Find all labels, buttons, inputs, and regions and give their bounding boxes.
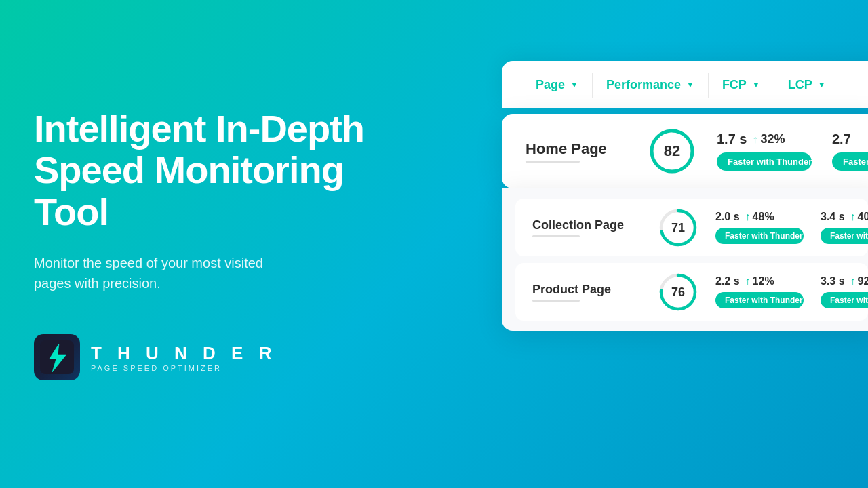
collection-metric1-badge: Faster with Thunder	[715, 228, 804, 244]
collection-metric2-val: 3.4 s	[821, 211, 845, 223]
thunder-icon	[40, 340, 74, 374]
collection-score-number: 71	[671, 220, 685, 235]
collection-name-block: Collection Page	[532, 218, 641, 237]
subtitle: Monitor the speed of your most visited p…	[34, 253, 292, 293]
list-section: Collection Page 71 2.0 s ↑ 48% F	[502, 188, 868, 331]
headline: Intelligent In-Depth Speed Monitoring To…	[34, 108, 387, 233]
lcp-filter-label: LCP	[788, 78, 812, 92]
filter-bar: Page ▼ Performance ▼ FCP ▼ LCP ▼	[502, 61, 868, 108]
logo-icon	[34, 334, 80, 380]
product-metric1-pct: ↑ 12%	[745, 275, 774, 287]
collection-page-name: Collection Page	[532, 218, 641, 232]
collection-metric2: 3.4 s ↑ 40% Faster with Thunder	[821, 211, 868, 244]
product-metric2-top: 3.3 s ↑ 92%	[821, 275, 868, 287]
product-metric2-pct: ↑ 92%	[850, 275, 868, 287]
left-panel: Intelligent In-Depth Speed Monitoring To…	[34, 0, 387, 488]
home-metric1-value: 1.7 s	[717, 131, 747, 147]
home-metric2-badge: Faster wi...	[832, 152, 868, 171]
product-metric1-top: 2.2 s ↑ 12%	[715, 275, 804, 287]
performance-filter-label: Performance	[606, 78, 681, 92]
logo-text: T H U N D E R PAGE SPEED OPTIMIZER	[91, 343, 277, 372]
home-metric2-top: 2.7	[832, 131, 868, 147]
home-metric1-percent: ↑ 32%	[752, 132, 785, 146]
product-metric2-badge: Faster with Thunder	[821, 292, 868, 308]
product-score-circle: 76	[658, 272, 698, 312]
product-page-bar	[532, 300, 580, 302]
home-metric1-top: 1.7 s ↑ 32%	[717, 131, 812, 147]
collection-metric1-arrow: ↑	[745, 211, 751, 223]
collection-page-card: Collection Page 71 2.0 s ↑ 48% F	[515, 199, 868, 256]
product-metric1-badge: Faster with Thunder	[715, 292, 804, 308]
product-page-name: Product Page	[532, 283, 641, 297]
collection-score-circle: 71	[658, 207, 698, 248]
page-filter-label: Page	[536, 78, 565, 92]
collection-metric1: 2.0 s ↑ 48% Faster with Thunder	[715, 211, 804, 244]
performance-chevron-icon: ▼	[686, 80, 694, 89]
logo-row: T H U N D E R PAGE SPEED OPTIMIZER	[34, 334, 387, 380]
home-page-name-block: Home Page	[526, 140, 627, 163]
home-metric2-value: 2.7	[832, 131, 851, 147]
logo-tagline: PAGE SPEED OPTIMIZER	[91, 364, 277, 372]
home-page-name: Home Page	[526, 140, 627, 158]
home-metric1: 1.7 s ↑ 32% Faster with Thunder	[717, 131, 812, 171]
fcp-chevron-icon: ▼	[752, 80, 760, 89]
product-score-number: 76	[671, 285, 685, 299]
page-chevron-icon: ▼	[570, 80, 578, 89]
page-filter[interactable]: Page ▼	[522, 73, 593, 98]
performance-filter[interactable]: Performance ▼	[593, 73, 709, 98]
home-page-card: Home Page 82 1.7 s ↑ 32% Faster with Thu…	[502, 114, 868, 188]
product-metric2-arrow: ↑	[850, 275, 856, 287]
product-metric2: 3.3 s ↑ 92% Faster with Thunder	[821, 275, 868, 308]
collection-metric2-badge: Faster with Thunder	[821, 228, 868, 244]
collection-metric1-top: 2.0 s ↑ 48%	[715, 211, 804, 223]
home-score-circle: 82	[648, 127, 696, 176]
product-metric2-val: 3.3 s	[821, 275, 845, 287]
home-metric1-arrow: ↑	[752, 134, 757, 146]
home-page-bar	[526, 161, 580, 163]
product-metric1-arrow: ↑	[745, 275, 751, 287]
collection-metric2-pct: ↑ 40%	[850, 211, 868, 223]
fcp-filter-label: FCP	[722, 78, 747, 92]
home-metric1-badge: Faster with Thunder	[717, 152, 812, 171]
lcp-filter[interactable]: LCP ▼	[774, 73, 840, 98]
logo-name: T H U N D E R	[91, 343, 277, 364]
product-page-card: Product Page 76 2.2 s ↑ 12% Fast	[515, 263, 868, 321]
collection-page-bar	[532, 235, 580, 237]
fcp-filter[interactable]: FCP ▼	[709, 73, 774, 98]
home-score-number: 82	[664, 142, 680, 160]
dashboard-container: Page ▼ Performance ▼ FCP ▼ LCP ▼ Home Pa…	[420, 61, 868, 427]
product-metric1-val: 2.2 s	[715, 275, 740, 287]
collection-metric2-arrow: ↑	[850, 211, 856, 223]
lcp-chevron-icon: ▼	[818, 80, 826, 89]
collection-metric1-pct: ↑ 48%	[745, 211, 774, 223]
collection-metric2-top: 3.4 s ↑ 40%	[821, 211, 868, 223]
collection-metric1-val: 2.0 s	[715, 211, 740, 223]
product-metric1: 2.2 s ↑ 12% Faster with Thunder	[715, 275, 804, 308]
home-metric2: 2.7 Faster wi...	[832, 131, 868, 171]
product-name-block: Product Page	[532, 283, 641, 302]
